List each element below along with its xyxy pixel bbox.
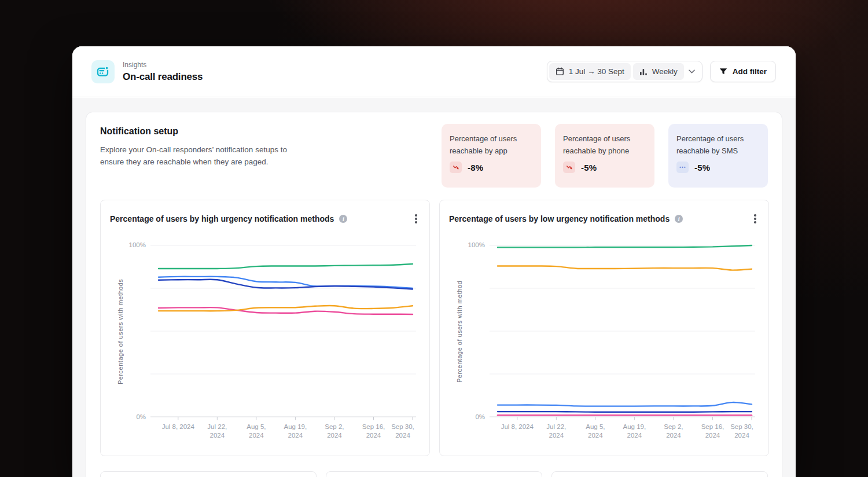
stat-title: Percentage of users reachable by SMS <box>676 133 760 157</box>
x-tick-label: Jul 22,2024 <box>207 423 227 440</box>
date-range-label: 1 Jul → 30 Sept <box>569 67 624 76</box>
page-title: On-call readiness <box>123 71 203 83</box>
trend-down-icon <box>450 162 462 173</box>
pager-glyph <box>96 65 110 79</box>
chart-card-stub <box>100 471 317 477</box>
info-icon[interactable]: i <box>339 215 347 223</box>
x-tick-label: Aug 19,2024 <box>284 423 307 440</box>
stat-title: Percentage of users reachable by app <box>450 133 533 157</box>
stat-card-reachable-by-sms: Percentage of users reachable by SMS -5% <box>668 124 768 188</box>
x-tick-label: Sep 30,2024 <box>391 423 414 440</box>
notification-setup-panel: Notification setup Explore your On-call … <box>86 112 782 477</box>
next-chart-row <box>100 471 768 477</box>
chevron-down-icon[interactable] <box>684 63 700 80</box>
title-block: Insights On-call readiness <box>123 61 203 83</box>
kebab-menu-icon[interactable] <box>750 213 760 225</box>
chart-svg <box>150 244 416 421</box>
chart-card-stub <box>326 471 542 477</box>
stat-value-row: -8% <box>450 162 533 173</box>
stat-card-reachable-by-phone: Percentage of users reachable by phone -… <box>555 124 654 188</box>
oncall-pager-icon <box>91 60 115 83</box>
header: Insights On-call readiness 1 Jul → 30 Se… <box>72 46 796 97</box>
chart-card-high-urgency: Percentage of users by high urgency noti… <box>100 200 430 456</box>
app-window: Insights On-call readiness 1 Jul → 30 Se… <box>72 46 796 477</box>
stat-value: -5% <box>694 163 710 173</box>
line-chart <box>150 244 416 421</box>
stat-value-row: -5% <box>676 162 760 173</box>
line-chart <box>490 244 755 421</box>
x-tick-label: Jul 8, 2024 <box>162 423 194 431</box>
x-tick-label: Aug 5,2024 <box>586 423 605 440</box>
x-tick-label: Sep 2,2024 <box>325 423 344 440</box>
x-tick-label: Sep 30,2024 <box>730 423 753 440</box>
section-description: Explore your On-call responders’ notific… <box>100 144 287 168</box>
stat-cards: Percentage of users reachable by app -8% <box>442 124 768 188</box>
granularity-button[interactable]: Weekly <box>633 63 684 80</box>
kebab-menu-icon[interactable] <box>411 213 421 225</box>
add-filter-button[interactable]: Add filter <box>710 61 776 82</box>
granularity-label: Weekly <box>652 67 678 76</box>
filter-icon <box>719 68 727 76</box>
bar-chart-icon <box>639 68 648 76</box>
x-tick-label: Sep 16,2024 <box>701 423 724 440</box>
desktop-background: { "window": { "breadcrumb": "Insights", … <box>0 0 868 477</box>
calendar-icon <box>556 67 564 76</box>
section-description-line2: ensure they are reachable when they are … <box>100 157 268 166</box>
toolbar: 1 Jul → 30 Sept Weekly <box>547 61 776 82</box>
stat-title: Percentage of users reachable by phone <box>563 133 646 157</box>
y-axis-label: Percentage of users with methods <box>116 245 125 418</box>
section-title: Notification setup <box>100 126 178 137</box>
breadcrumb: Insights <box>123 61 203 69</box>
stat-value: -8% <box>468 163 483 173</box>
content-area: Notification setup Explore your On-call … <box>72 98 796 477</box>
x-tick-label: Sep 2,2024 <box>664 423 683 440</box>
x-tick-label: Sep 16,2024 <box>362 423 385 440</box>
x-tick-label: Aug 19,2024 <box>623 423 646 440</box>
trend-down-icon <box>563 162 575 173</box>
chart-row: Percentage of users by high urgency noti… <box>100 200 769 456</box>
x-axis-labels: Jul 8, 2024Jul 22,2024Aug 5,2024Aug 19,2… <box>490 423 755 443</box>
chart-card-low-urgency: Percentage of users by low urgency notif… <box>439 200 769 456</box>
x-tick-label: Jul 22,2024 <box>546 423 566 440</box>
stat-value-row: -5% <box>563 162 646 173</box>
date-granularity-control: 1 Jul → 30 Sept Weekly <box>547 61 703 82</box>
chart-title: Percentage of users by low urgency notif… <box>449 214 670 223</box>
chart-title: Percentage of users by high urgency noti… <box>110 214 334 223</box>
x-axis-labels: Jul 8, 2024Jul 22,2024Aug 5,2024Aug 19,2… <box>150 423 416 443</box>
info-icon[interactable]: i <box>675 215 683 223</box>
y-axis-label: Percentage of users with method <box>455 245 464 418</box>
chart-header: Percentage of users by high urgency noti… <box>110 214 400 223</box>
chart-card-stub <box>551 471 768 477</box>
section-description-line1: Explore your On-call responders’ notific… <box>100 145 287 154</box>
add-filter-label: Add filter <box>733 67 767 76</box>
trend-flat-icon <box>676 162 689 173</box>
x-tick-label: Jul 8, 2024 <box>501 423 534 431</box>
stat-card-reachable-by-app: Percentage of users reachable by app -8% <box>442 124 541 188</box>
date-range-button[interactable]: 1 Jul → 30 Sept <box>549 63 631 80</box>
chart-header: Percentage of users by low urgency notif… <box>449 214 740 223</box>
stat-value: -5% <box>581 163 597 173</box>
x-tick-label: Aug 5,2024 <box>247 423 266 440</box>
chart-svg <box>490 244 755 421</box>
